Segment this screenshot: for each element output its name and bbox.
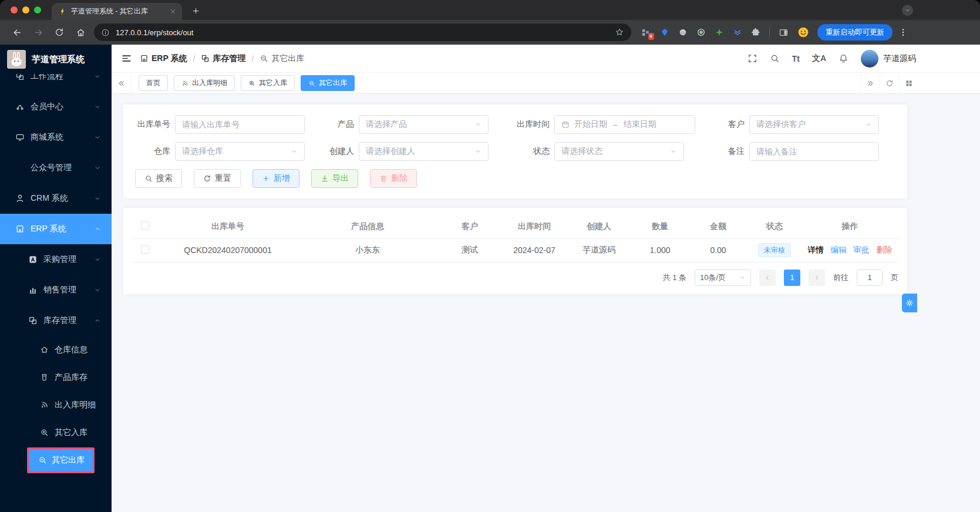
back-button[interactable] bbox=[9, 25, 25, 40]
sidebar-item-product-stock[interactable]: 产品库存 bbox=[0, 363, 112, 391]
sidebar-item-sales-mgmt[interactable]: 销售管理 bbox=[0, 275, 112, 305]
goto-page-input[interactable] bbox=[857, 270, 883, 286]
approve-action[interactable]: 审批 bbox=[854, 245, 870, 255]
customer-select[interactable]: 请选择供客户 bbox=[749, 115, 879, 134]
sidebar-item-purchase-mgmt[interactable]: 采购管理 bbox=[0, 244, 112, 275]
calendar-icon bbox=[561, 120, 570, 129]
url-text[interactable]: 127.0.0.1/erp/stock/out bbox=[116, 28, 609, 37]
total-count: 共 1 条 bbox=[663, 272, 686, 283]
detail-action[interactable]: 详情 bbox=[808, 245, 824, 255]
remark-input[interactable] bbox=[749, 142, 879, 161]
gear-icon bbox=[905, 299, 914, 307]
app-logo[interactable]: 芋道管理系统 bbox=[0, 45, 112, 74]
sidebar-item-mp-admin[interactable]: 公众号管理 bbox=[0, 153, 112, 183]
cell-order-no: QCKD20240207000001 bbox=[158, 238, 298, 262]
row-checkbox[interactable] bbox=[141, 245, 149, 254]
extension-tabs-icon[interactable]: 6 bbox=[641, 27, 651, 38]
sidebar-item-erp-system[interactable]: ERP 系统 bbox=[0, 214, 112, 244]
breadcrumb-stock-mgmt[interactable]: 库存管理 bbox=[201, 53, 245, 64]
minimize-window-button[interactable] bbox=[22, 6, 29, 14]
sidebar-item-member-center[interactable]: 会员中心 bbox=[0, 92, 112, 122]
sidebar-item-stock-out[interactable]: 其它出库 bbox=[0, 446, 112, 474]
extension-star-icon[interactable] bbox=[715, 28, 724, 37]
order-no-input[interactable] bbox=[175, 115, 305, 134]
new-tab-button[interactable] bbox=[189, 4, 202, 17]
delete-action[interactable]: 删除 bbox=[877, 245, 893, 255]
search-button[interactable]: 搜索 bbox=[135, 169, 182, 188]
tab-stock-in[interactable]: 其它入库 bbox=[241, 75, 295, 91]
address-bar[interactable]: 127.0.0.1/erp/stock/out bbox=[94, 23, 631, 41]
reset-button[interactable]: 重置 bbox=[194, 169, 241, 188]
language-icon[interactable]: 文A bbox=[812, 53, 826, 64]
select-all-checkbox[interactable] bbox=[141, 221, 149, 230]
tab-stock-record[interactable]: 出入库明细 bbox=[174, 75, 235, 91]
filter-buttons: 搜索 重置 新增 导出 bbox=[129, 169, 895, 188]
filter-card: 出库单号 产品 请选择产品 bbox=[123, 105, 907, 198]
search-icon[interactable] bbox=[770, 53, 780, 63]
add-button[interactable]: 新增 bbox=[252, 169, 299, 188]
sidebar-item-crm-system[interactable]: CRM 系统 bbox=[0, 183, 112, 214]
stock-out-table: 出库单号 产品信息 客户 出库时间 创建人 数量 金额 状态 操作 bbox=[132, 215, 898, 262]
extension-wave-icon[interactable] bbox=[733, 28, 742, 37]
tab-search-button[interactable] bbox=[902, 5, 913, 16]
extension-ball-icon[interactable] bbox=[678, 28, 688, 37]
product-select[interactable]: 请选择产品 bbox=[359, 115, 489, 134]
browser-update-button[interactable]: 重新启动即可更新 bbox=[817, 24, 893, 41]
browser-menu-icon[interactable] bbox=[897, 26, 909, 39]
scroll-tabs-right-icon[interactable] bbox=[860, 73, 880, 94]
breadcrumb-stock-out: 其它出库 bbox=[260, 53, 304, 64]
close-tab-icon[interactable] bbox=[170, 8, 176, 15]
delete-button[interactable]: 删除 bbox=[370, 169, 417, 188]
edit-action[interactable]: 编辑 bbox=[831, 245, 847, 255]
sidebar-item-warehouse-info[interactable]: 仓库信息 bbox=[0, 336, 112, 363]
scroll-tabs-left-icon[interactable] bbox=[112, 73, 132, 94]
breadcrumb-separator: / bbox=[251, 54, 254, 63]
forward-button[interactable] bbox=[31, 25, 46, 40]
settings-gear-button[interactable] bbox=[902, 294, 917, 312]
tab-stock-out[interactable]: 其它出库 bbox=[301, 75, 355, 91]
side-panel-icon[interactable] bbox=[779, 28, 789, 38]
creator-select[interactable]: 请选择创建人 bbox=[359, 142, 489, 161]
site-info-icon[interactable] bbox=[101, 28, 110, 37]
user-menu[interactable]: 芋道源码 bbox=[861, 50, 916, 68]
out-time-daterange[interactable]: 开始日期 – 结束日期 bbox=[554, 115, 695, 134]
extensions-puzzle-icon[interactable] bbox=[751, 28, 760, 37]
notification-bell-icon[interactable] bbox=[838, 53, 848, 63]
fullscreen-icon[interactable] bbox=[747, 53, 757, 63]
cell-product: 小东东 bbox=[298, 238, 437, 262]
warehouse-select[interactable]: 请选择仓库 bbox=[175, 142, 305, 161]
zoom-out-icon bbox=[260, 54, 268, 63]
extension-ring-icon[interactable] bbox=[696, 28, 706, 37]
sidebar-item-mall-system[interactable]: 商城系统 bbox=[0, 122, 112, 153]
tab-home[interactable]: 首页 bbox=[139, 75, 168, 91]
prev-page-button[interactable] bbox=[759, 270, 776, 286]
page-size-select[interactable]: 10条/页 bbox=[695, 270, 751, 286]
breadcrumb-erp[interactable]: ERP 系统 bbox=[140, 53, 187, 64]
browser-tab[interactable]: 芋道管理系统 - 其它出库 bbox=[52, 3, 182, 20]
font-size-icon[interactable]: Tt bbox=[792, 54, 800, 63]
bookmark-star-icon[interactable] bbox=[615, 28, 624, 37]
stock-out-highlight-box[interactable]: 其它出库 bbox=[27, 447, 95, 473]
shop-icon bbox=[140, 54, 149, 63]
extension-diamond-icon[interactable] bbox=[660, 28, 669, 37]
chevron-down-icon bbox=[865, 121, 872, 128]
close-window-button[interactable] bbox=[11, 6, 18, 14]
sidebar-item-stock-mgmt[interactable]: 库存管理 bbox=[0, 305, 112, 336]
sidebar-item-stock-in[interactable]: 其它入库 bbox=[0, 419, 112, 446]
profile-avatar[interactable] bbox=[797, 26, 809, 38]
next-page-button[interactable] bbox=[809, 270, 825, 286]
collapse-sidebar-icon[interactable] bbox=[117, 50, 135, 68]
logo-image bbox=[7, 50, 26, 69]
page-1-button[interactable]: 1 bbox=[784, 270, 800, 286]
zoom-window-button[interactable] bbox=[34, 6, 41, 14]
sidebar-item-stock-record[interactable]: 出入库明细 bbox=[0, 391, 112, 419]
chevron-up-icon bbox=[94, 317, 101, 324]
refresh-page-icon[interactable] bbox=[880, 73, 899, 94]
mall-icon bbox=[15, 133, 25, 142]
reload-button[interactable] bbox=[52, 25, 67, 40]
filter-warehouse: 仓库 请选择仓库 bbox=[129, 142, 305, 161]
status-select[interactable]: 请选择状态 bbox=[554, 142, 684, 161]
layout-grid-icon[interactable] bbox=[899, 73, 918, 94]
home-button[interactable] bbox=[73, 25, 88, 40]
export-button[interactable]: 导出 bbox=[311, 169, 358, 188]
